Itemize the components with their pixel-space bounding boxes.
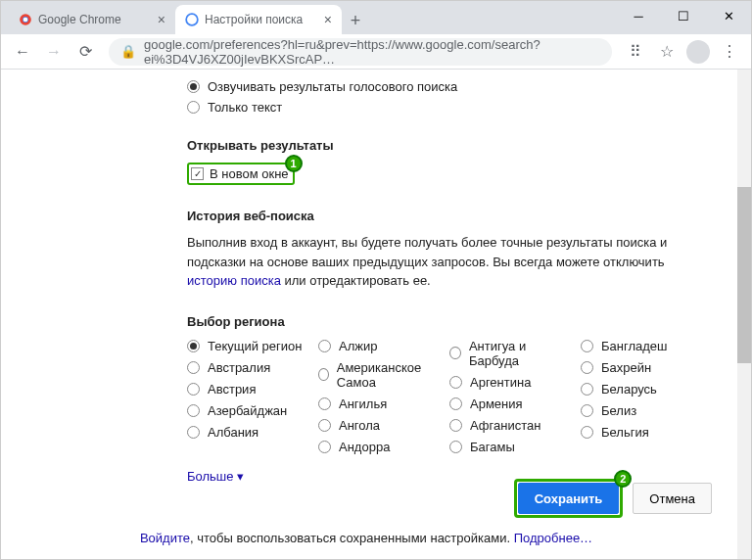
svg-point-3 <box>186 14 198 25</box>
region-option[interactable]: Алжир <box>318 339 438 353</box>
section-history: История веб-поиска <box>187 209 751 223</box>
radio-icon <box>187 426 200 439</box>
region-option[interactable]: Багамы <box>449 440 569 454</box>
footer-signin-text: Войдите, чтобы воспользоваться сохраненн… <box>1 531 731 545</box>
radio-icon <box>318 368 329 381</box>
region-option[interactable]: Текущий регион <box>187 339 306 353</box>
radio-icon <box>318 419 331 432</box>
radio-icon <box>318 397 331 410</box>
new-window-checkbox[interactable]: ✓ В новом окне <box>191 166 289 181</box>
radio-icon <box>581 404 593 417</box>
radio-icon <box>449 441 462 453</box>
radio-icon <box>187 101 200 114</box>
url-text: google.com/preferences?hl=ru&prev=https:… <box>144 37 600 67</box>
region-option[interactable]: Бангладеш <box>581 339 700 353</box>
maximize-button[interactable]: ☐ <box>661 1 706 30</box>
history-description: Выполнив вход в аккаунт, вы будете получ… <box>187 233 706 291</box>
back-button[interactable]: ← <box>9 38 36 66</box>
section-open-results: Открывать результаты <box>187 138 751 153</box>
region-option[interactable]: Австрия <box>187 382 306 397</box>
close-icon[interactable]: × <box>158 12 165 27</box>
radio-icon <box>187 361 200 374</box>
radio-icon <box>449 419 462 432</box>
tab-0[interactable]: Google Chrome × <box>9 5 175 34</box>
region-option[interactable]: Австралия <box>187 360 306 375</box>
region-option[interactable]: Азербайджан <box>187 403 306 418</box>
radio-icon <box>187 80 200 93</box>
save-button[interactable]: Сохранить <box>518 483 620 514</box>
chevron-down-icon: ▾ <box>237 469 244 484</box>
radio-icon <box>449 397 462 410</box>
learn-more-link[interactable]: Подробнее… <box>514 531 592 545</box>
region-option[interactable]: Андорра <box>318 440 438 454</box>
forward-button[interactable]: → <box>40 38 68 66</box>
bookmark-icon[interactable]: ☆ <box>653 38 681 66</box>
menu-button[interactable]: ⋮ <box>716 38 743 66</box>
new-tab-button[interactable]: + <box>342 7 369 34</box>
address-bar[interactable]: 🔒 google.com/preferences?hl=ru&prev=http… <box>109 38 612 66</box>
region-option[interactable]: Армения <box>449 397 569 411</box>
tab-title: Google Chrome <box>38 13 121 26</box>
page-content: Озвучивать результаты голосового поиска … <box>1 70 751 559</box>
svg-point-2 <box>24 18 28 23</box>
radio-icon <box>449 347 461 359</box>
voice-option-text[interactable]: Только текст <box>187 100 751 115</box>
section-region: Выбор региона <box>187 314 751 329</box>
radio-icon <box>581 340 593 352</box>
radio-icon <box>449 376 462 389</box>
radio-icon <box>581 426 593 439</box>
radio-icon <box>581 383 593 396</box>
region-option[interactable]: Беларусь <box>581 382 700 397</box>
radio-icon <box>581 361 593 374</box>
region-option[interactable]: Ангилья <box>318 397 438 411</box>
footer-actions: Сохранить 2 Отмена <box>514 479 712 518</box>
highlight-save: Сохранить 2 <box>514 479 624 518</box>
close-icon[interactable]: × <box>324 12 332 27</box>
tab-1[interactable]: Настройки поиска × <box>175 5 342 34</box>
annotation-badge-1: 1 <box>285 155 303 172</box>
region-option[interactable]: Белиз <box>581 403 700 418</box>
tab-title: Настройки поиска <box>205 13 303 26</box>
chrome-icon <box>19 13 32 26</box>
region-grid: Текущий регионАвстралияАвстрияАзербайджа… <box>187 339 751 461</box>
highlight-checkbox: ✓ В новом окне 1 <box>187 163 295 185</box>
region-more-link[interactable]: Больше ▾ <box>187 469 244 484</box>
lock-icon: 🔒 <box>120 44 136 59</box>
google-icon <box>185 13 199 26</box>
browser-toolbar: ← → ⟳ 🔒 google.com/preferences?hl=ru&pre… <box>1 34 751 70</box>
minimize-button[interactable]: ─ <box>616 1 661 30</box>
region-option[interactable]: Бахрейн <box>581 360 700 375</box>
cancel-button[interactable]: Отмена <box>633 483 712 514</box>
history-link[interactable]: историю поиска <box>187 273 281 288</box>
avatar[interactable] <box>684 38 712 66</box>
voice-option-speak[interactable]: Озвучивать результаты голосового поиска <box>187 79 751 94</box>
radio-icon <box>187 404 200 417</box>
radio-icon <box>318 340 331 352</box>
region-option[interactable]: Афганистан <box>449 418 569 433</box>
region-option[interactable]: Аргентина <box>449 375 569 390</box>
region-option[interactable]: Ангола <box>318 418 438 433</box>
close-button[interactable]: ✕ <box>706 1 751 30</box>
translate-icon[interactable]: ⠿ <box>622 38 649 66</box>
region-option[interactable]: Антигуа и Барбуда <box>449 339 569 368</box>
region-option[interactable]: Бельгия <box>581 425 700 440</box>
reload-button[interactable]: ⟳ <box>71 38 99 66</box>
signin-link[interactable]: Войдите <box>140 531 190 545</box>
checkbox-icon: ✓ <box>191 167 204 180</box>
radio-icon <box>187 340 200 352</box>
region-option[interactable]: Американское Самоа <box>318 360 438 390</box>
radio-icon <box>318 441 331 453</box>
scroll-thumb[interactable] <box>737 187 751 363</box>
annotation-badge-2: 2 <box>614 470 632 488</box>
browser-titlebar: Google Chrome × Настройки поиска × + ─ ☐… <box>1 1 751 34</box>
scrollbar[interactable] <box>737 70 751 559</box>
radio-icon <box>187 383 200 396</box>
region-option[interactable]: Албания <box>187 425 306 440</box>
